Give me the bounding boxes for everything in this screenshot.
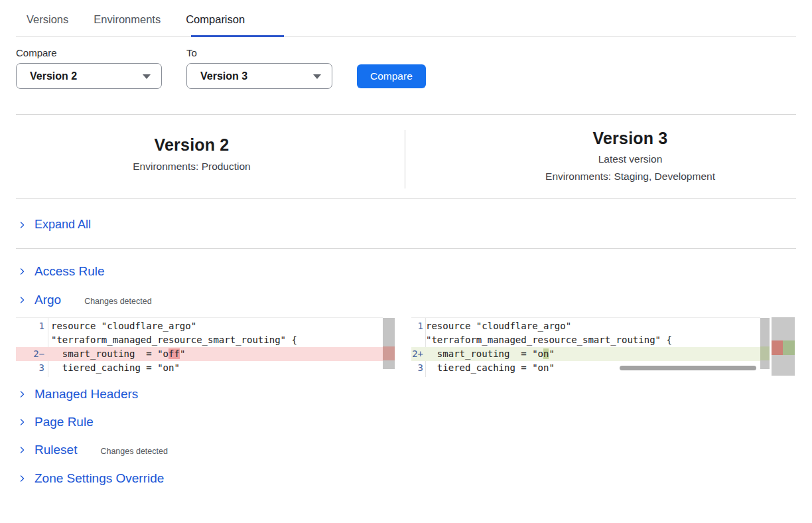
section-zone-settings-override[interactable]: Zone Settings Override xyxy=(0,471,164,486)
line-number: 3 xyxy=(16,361,45,375)
code-text: tiered_caching = "on" xyxy=(423,361,555,375)
section-label: Access Rule xyxy=(34,264,105,279)
expand-all-button[interactable]: Expand All xyxy=(0,218,91,232)
chevron-right-icon xyxy=(19,474,26,483)
diff-line: } xyxy=(16,375,383,377)
changes-detected-badge: Changes detected xyxy=(100,445,167,456)
scrollbar-thumb[interactable] xyxy=(383,318,395,369)
compare-from-select[interactable]: Version 2 xyxy=(16,63,162,89)
tab-comparison[interactable]: Comparison xyxy=(186,13,245,26)
line-number xyxy=(411,375,423,377)
diff-line-wrap: "terraform_managed_resource_smart_routin… xyxy=(16,333,383,347)
removed-word-highlight: ff xyxy=(169,348,180,359)
right-version-title: Version 3 xyxy=(431,129,812,148)
right-version-subtitle: Latest version xyxy=(431,153,812,165)
to-field-label: To xyxy=(186,47,197,58)
diff-line: 3 tiered_caching = "on" xyxy=(16,361,383,375)
section-argo[interactable]: Argo Changes detected xyxy=(0,293,152,307)
ruler-removed-mark xyxy=(772,340,783,355)
line-number: 3 xyxy=(411,361,423,375)
chevron-down-icon xyxy=(313,74,321,79)
horizontal-scrollbar[interactable] xyxy=(620,366,756,370)
code-text: smart_routing = "off" xyxy=(45,347,185,361)
code-segment: " xyxy=(549,348,554,359)
chevron-right-icon xyxy=(19,417,26,427)
section-label: Zone Settings Override xyxy=(34,471,164,486)
code-text: resource "cloudflare_argo" xyxy=(423,319,571,333)
diff-overview-ruler[interactable] xyxy=(772,317,795,376)
diff-left-panel[interactable]: 1 resource "cloudflare_argo" "terraform_… xyxy=(16,317,383,377)
section-label: Managed Headers xyxy=(34,387,138,402)
section-label: Argo xyxy=(34,293,61,307)
line-number xyxy=(16,375,45,377)
left-vertical-scrollbar[interactable] xyxy=(383,318,395,376)
changes-detected-badge: Changes detected xyxy=(84,295,151,306)
code-text: } xyxy=(423,375,431,377)
code-text: "terraform_managed_resource_smart_routin… xyxy=(423,333,672,347)
diff-line: } xyxy=(411,375,760,377)
scrollbar-thumb[interactable] xyxy=(760,318,770,369)
compare-to-value: Version 3 xyxy=(187,70,247,82)
code-text: tiered_caching = "on" xyxy=(45,361,180,375)
left-version-environments: Environments: Production xyxy=(16,161,368,173)
compare-field-label: Compare xyxy=(16,47,57,58)
code-segment: " xyxy=(180,348,185,359)
diff-line-removed: 2− smart_routing = "off" xyxy=(16,347,383,361)
section-label: Page Rule xyxy=(34,415,94,429)
line-number: 2+ xyxy=(411,347,423,361)
chevron-down-icon xyxy=(143,74,151,79)
code-text: smart_routing = "on" xyxy=(423,347,555,361)
code-text: resource "cloudflare_argo" xyxy=(45,319,196,333)
right-version-header: Version 3 Latest version Environments: S… xyxy=(431,129,812,183)
line-number: 2− xyxy=(16,347,45,361)
line-number: 1 xyxy=(16,319,45,333)
compare-from-value: Version 2 xyxy=(17,70,77,82)
scrollbar-removed-mark xyxy=(383,346,395,360)
left-version-header: Version 2 Environments: Production xyxy=(16,135,368,173)
right-version-environments: Environments: Staging, Development xyxy=(431,171,812,183)
scrollbar-added-mark xyxy=(760,346,770,360)
code-segment: smart_routing = "o xyxy=(51,348,169,359)
section-access-rule[interactable]: Access Rule xyxy=(0,264,105,279)
divider xyxy=(16,114,796,115)
active-tab-indicator xyxy=(191,35,284,37)
left-version-title: Version 2 xyxy=(16,135,368,155)
diff-line: 1 resource "cloudflare_argo" xyxy=(16,319,383,333)
diff-line-wrap: "terraform_managed_resource_smart_routin… xyxy=(411,333,760,347)
compare-button[interactable]: Compare xyxy=(357,64,426,88)
tab-versions[interactable]: Versions xyxy=(27,13,68,26)
code-segment: smart_routing = "o xyxy=(426,348,543,359)
chevron-right-icon xyxy=(19,390,26,399)
divider xyxy=(16,248,796,249)
right-vertical-scrollbar[interactable] xyxy=(760,318,770,376)
section-ruleset[interactable]: Ruleset Changes detected xyxy=(0,443,168,457)
chevron-right-icon xyxy=(19,445,26,455)
diff-line-added: 2+ smart_routing = "on" xyxy=(411,347,760,361)
section-page-rule[interactable]: Page Rule xyxy=(0,415,94,429)
code-text: } xyxy=(45,375,56,377)
section-managed-headers[interactable]: Managed Headers xyxy=(0,387,138,402)
tab-environments[interactable]: Environments xyxy=(94,13,161,26)
divider xyxy=(16,37,796,37)
comparison-page: Versions Environments Comparison Compare… xyxy=(0,0,812,523)
chevron-right-icon xyxy=(19,295,26,305)
chevron-right-icon xyxy=(19,220,26,230)
section-label: Ruleset xyxy=(34,443,77,457)
version-header-separator xyxy=(405,130,405,188)
compare-to-select[interactable]: Version 3 xyxy=(186,63,332,89)
chevron-right-icon xyxy=(19,267,26,276)
diff-line: 1 resource "cloudflare_argo" xyxy=(411,319,760,333)
tab-bar: Versions Environments Comparison xyxy=(27,13,245,26)
expand-all-label: Expand All xyxy=(34,218,91,232)
line-number xyxy=(411,333,423,347)
code-text: "terraform_managed_resource_smart_routin… xyxy=(45,333,297,347)
line-number: 1 xyxy=(411,319,423,333)
divider xyxy=(16,198,796,199)
line-number xyxy=(16,333,45,347)
ruler-added-mark xyxy=(783,340,795,355)
